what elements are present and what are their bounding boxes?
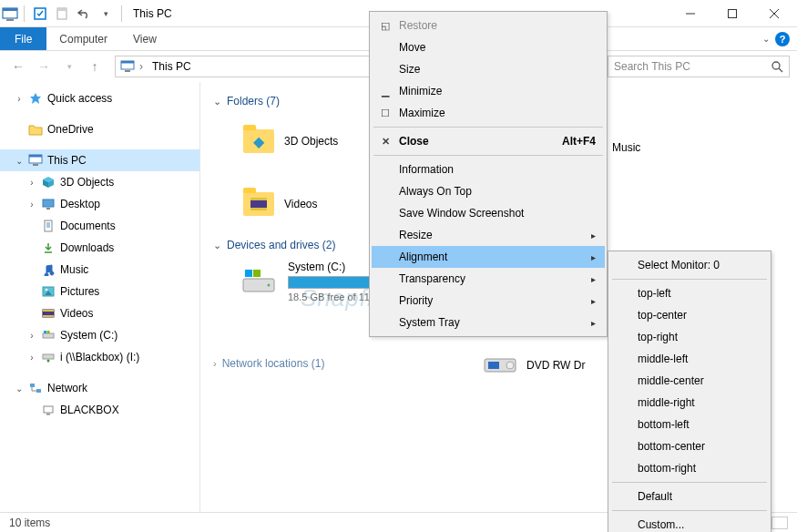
svg-rect-36	[44, 331, 46, 333]
maximize-button[interactable]	[711, 0, 753, 27]
computer-icon	[40, 402, 56, 418]
svg-rect-17	[29, 155, 42, 158]
svg-rect-55	[253, 270, 261, 277]
submenu-top-left[interactable]: top-left	[610, 282, 769, 304]
status-item-count: 10 items	[9, 517, 50, 529]
nav-recent-dropdown[interactable]: ▾	[58, 56, 80, 77]
svg-rect-54	[245, 270, 252, 277]
tree-blackbox[interactable]: ›BLACKBOX	[0, 399, 199, 421]
drive-icon	[40, 327, 56, 343]
submenu-bottom-left[interactable]: bottom-left	[610, 414, 769, 435]
svg-rect-2	[6, 19, 14, 21]
menu-move[interactable]: Move	[372, 36, 605, 58]
window-title: This PC	[128, 7, 172, 20]
tree-network-drive[interactable]: ›i (\\Blackbox) (I:)	[0, 346, 199, 368]
submenu-top-right[interactable]: top-right	[610, 326, 769, 348]
submenu-bottom-center[interactable]: bottom-center	[610, 435, 769, 457]
alignment-submenu: Select Monitor: 0 top-left top-center to…	[608, 251, 771, 532]
search-input[interactable]: Search This PC	[608, 56, 790, 77]
desktop-icon	[40, 196, 56, 212]
chevron-right-icon: ▸	[591, 230, 596, 240]
menu-always-on-top[interactable]: Always On Top	[372, 180, 605, 202]
tree-desktop[interactable]: ›Desktop	[0, 193, 199, 215]
svg-rect-24	[45, 220, 52, 231]
documents-icon	[40, 218, 56, 234]
menu-alignment[interactable]: Alignment▸	[372, 246, 605, 268]
submenu-bottom-right[interactable]: bottom-right	[610, 457, 769, 479]
search-placeholder: Search This PC	[614, 60, 690, 73]
svg-rect-5	[57, 8, 66, 11]
menu-priority[interactable]: Priority▸	[372, 290, 605, 312]
tree-network[interactable]: ⌄Network	[0, 377, 199, 399]
submenu-top-center[interactable]: top-center	[610, 304, 769, 326]
minimize-button[interactable]	[669, 0, 711, 27]
nav-forward-button[interactable]: →	[33, 56, 55, 77]
breadcrumb-chevron-icon[interactable]: ›	[136, 60, 147, 73]
submenu-middle-center[interactable]: middle-center	[610, 370, 769, 392]
network-drive-icon	[40, 349, 56, 365]
svg-rect-34	[43, 315, 54, 317]
minimize-icon: ▁	[379, 86, 392, 97]
svg-rect-7	[729, 9, 737, 17]
close-shortcut: Alt+F4	[562, 135, 596, 148]
menu-screenshot[interactable]: Save Window Screenshot	[372, 202, 605, 224]
menu-restore[interactable]: ◱Restore	[372, 15, 605, 36]
star-icon	[27, 90, 44, 107]
chevron-right-icon: ▸	[591, 274, 596, 284]
svg-rect-1	[3, 8, 17, 11]
tree-3d-objects[interactable]: ›3D Objects	[0, 171, 199, 193]
menu-system-tray[interactable]: System Tray▸	[372, 312, 605, 333]
svg-rect-11	[121, 61, 134, 64]
tab-view[interactable]: View	[120, 27, 169, 50]
submenu-default[interactable]: Default	[610, 486, 769, 507]
folder-icon	[27, 121, 44, 138]
tab-computer[interactable]: Computer	[46, 27, 120, 50]
svg-line-14	[779, 68, 782, 72]
view-large-icons-button[interactable]	[771, 517, 788, 529]
search-icon[interactable]	[771, 60, 783, 73]
submenu-middle-right[interactable]: middle-right	[610, 392, 769, 414]
tree-onedrive[interactable]: › OneDrive	[0, 118, 199, 140]
help-icon[interactable]: ?	[775, 32, 790, 46]
ribbon-expand-icon[interactable]: ⌄	[762, 34, 770, 44]
svg-marker-15	[30, 93, 41, 104]
tree-system-c[interactable]: ›System (C:)	[0, 324, 199, 346]
submenu-select-monitor[interactable]: Select Monitor: 0	[610, 254, 769, 276]
qat-save-icon[interactable]	[30, 4, 50, 24]
qat-dropdown-icon[interactable]: ▾	[96, 4, 116, 24]
menu-information[interactable]: Information	[372, 159, 605, 180]
menu-close[interactable]: ✕CloseAlt+F4	[372, 130, 605, 152]
svg-rect-22	[43, 200, 54, 207]
qat-properties-icon[interactable]	[52, 4, 72, 24]
tree-documents[interactable]: ›Documents	[0, 215, 199, 237]
menu-minimize[interactable]: ▁Minimize	[372, 80, 605, 102]
pictures-icon	[40, 283, 56, 300]
nav-back-button[interactable]: ←	[7, 56, 29, 77]
svg-rect-45	[46, 414, 50, 415]
close-button[interactable]	[753, 0, 795, 27]
network-icon	[27, 380, 44, 396]
app-icon	[2, 5, 18, 22]
downloads-icon	[40, 240, 56, 256]
tree-videos[interactable]: ›Videos	[0, 302, 199, 324]
tree-quick-access[interactable]: › Quick access	[0, 87, 199, 109]
nav-up-button[interactable]: ↑	[84, 56, 106, 77]
tree-this-pc[interactable]: ⌄ This PC	[0, 149, 199, 171]
submenu-custom[interactable]: Custom...	[610, 514, 769, 532]
menu-size[interactable]: Size	[372, 58, 605, 80]
menu-maximize[interactable]: ☐Maximize	[372, 102, 605, 124]
maximize-icon: ☐	[379, 107, 392, 119]
svg-rect-51	[250, 198, 267, 200]
submenu-middle-left[interactable]: middle-left	[610, 348, 769, 370]
tree-pictures[interactable]: ›Pictures	[0, 281, 199, 302]
pc-icon	[27, 152, 44, 169]
tree-music[interactable]: ›Music	[0, 259, 199, 281]
tab-file[interactable]: File	[0, 27, 46, 50]
svg-rect-44	[44, 406, 53, 413]
breadcrumb-this-pc[interactable]: This PC	[147, 60, 191, 73]
menu-transparency[interactable]: Transparency▸	[372, 268, 605, 290]
svg-point-56	[268, 284, 271, 287]
qat-undo-icon[interactable]	[74, 4, 94, 24]
tree-downloads[interactable]: ›Downloads	[0, 237, 199, 259]
menu-resize[interactable]: Resize▸	[372, 224, 605, 246]
